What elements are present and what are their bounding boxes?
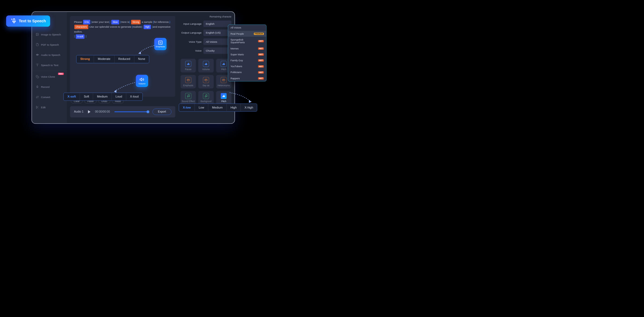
- play-button[interactable]: [88, 110, 90, 113]
- svg-point-30: [205, 97, 206, 97]
- svg-rect-13: [187, 64, 188, 65]
- mic-icon: [10, 18, 17, 24]
- svg-marker-41: [249, 100, 251, 103]
- svg-rect-14: [188, 64, 188, 65]
- pitch-tag[interactable]: High: [144, 25, 151, 29]
- svg-point-9: [36, 108, 37, 109]
- volume-callout-label: Volumn: [138, 82, 145, 85]
- emphasis-tag[interactable]: Strong: [131, 20, 141, 24]
- svg-rect-20: [207, 64, 207, 65]
- sidebar-label: Voice Clone: [41, 75, 55, 78]
- text-to-speech-badge: Text to Speech: [6, 15, 50, 27]
- speed-tag[interactable]: Slow: [111, 20, 119, 24]
- sayas-tag[interactable]: Characters: [74, 25, 88, 29]
- option-medium[interactable]: Medium: [208, 104, 227, 111]
- voice-option-label: Super Mario: [230, 53, 244, 56]
- effect-tile-emphasis[interactable]: Emphasis: [181, 75, 196, 89]
- effect-label: Pitch: [221, 68, 226, 71]
- voice-option-real-people[interactable]: Real PeoplePREMIUM: [228, 31, 266, 37]
- effect-tile-volume[interactable]: Volume: [198, 59, 214, 73]
- option-reduced[interactable]: Reduced: [114, 55, 134, 63]
- sidebar-label: Image to Speech: [41, 33, 61, 36]
- voice-option-family-guy[interactable]: Family GuyHOT: [228, 57, 266, 63]
- hot-badge: HOT: [258, 65, 264, 67]
- pdf-icon: [36, 43, 39, 46]
- bracket-icon: ]: [170, 20, 170, 23]
- voice-option-youtubers[interactable]: YouTubersHOT: [228, 63, 266, 69]
- svg-rect-34: [224, 95, 224, 97]
- sidebar-item-image-to-speech[interactable]: Image to Speech: [32, 29, 67, 39]
- sidebar-item-speech-to-text[interactable]: Speech to Text: [32, 60, 67, 70]
- sidebar-item-pdf-to-speech[interactable]: PDF to Speech: [32, 39, 67, 50]
- bracket-icon: ]: [74, 35, 75, 38]
- voice-option-spongebob-squarepants[interactable]: SpongeBob SquarePantsHOT: [228, 37, 266, 46]
- audio-title: Audio 1: [74, 110, 83, 113]
- option-moderate[interactable]: Moderate: [94, 55, 114, 63]
- output-language-select[interactable]: English (US): [203, 30, 232, 36]
- option-high[interactable]: High: [227, 104, 241, 111]
- option-soft[interactable]: Soft: [80, 93, 93, 101]
- option-loud[interactable]: Loud: [112, 93, 126, 101]
- hot-badge: HOT: [258, 53, 264, 55]
- svg-rect-37: [159, 41, 162, 45]
- svg-rect-6: [37, 76, 39, 78]
- voice-option-politicians[interactable]: PoliticiansHOT: [228, 69, 266, 75]
- voice-option-rappers[interactable]: RappersHOT: [228, 75, 266, 81]
- record-icon: [36, 85, 39, 89]
- say-as-icon: [203, 77, 209, 83]
- audio-progress[interactable]: [114, 111, 148, 112]
- voice-type-label: Voice Type: [181, 40, 202, 43]
- svg-rect-32: [223, 96, 223, 97]
- pause-icon: [185, 61, 191, 67]
- svg-point-28: [187, 97, 188, 97]
- editor-text: Use our splendid voices to generate: [89, 25, 132, 28]
- effect-tile-say-as[interactable]: Say as: [198, 75, 214, 89]
- effect-tile-pause[interactable]: Pause: [181, 59, 196, 73]
- sidebar-item-record[interactable]: Record: [32, 82, 67, 92]
- effect-label: Pitch: [221, 100, 226, 103]
- audio-timecode: 00:00/00:00: [95, 110, 110, 113]
- input-language-select[interactable]: English: [203, 20, 232, 27]
- select-value: Chucky: [206, 49, 215, 52]
- option-low[interactable]: Low: [195, 104, 208, 111]
- pitch-options: X-lowLowMediumHighX-high: [179, 103, 257, 111]
- option-x-high[interactable]: X-high: [241, 104, 257, 111]
- option-x-soft[interactable]: X-soft: [64, 93, 80, 101]
- svg-rect-19: [206, 63, 206, 65]
- option-none[interactable]: None: [134, 55, 149, 63]
- svg-rect-35: [225, 96, 225, 97]
- badge-label: Text to Speech: [19, 19, 46, 23]
- voice-type-select[interactable]: All Voices: [203, 38, 232, 45]
- select-value: English (US): [206, 31, 221, 34]
- export-button[interactable]: Export: [152, 109, 171, 115]
- progress-thumb[interactable]: [147, 111, 149, 113]
- voice-select[interactable]: Chucky: [203, 47, 232, 54]
- volume-tag[interactable]: X-soft: [76, 34, 85, 39]
- sidebar-item-edit[interactable]: Edit: [32, 102, 67, 112]
- svg-rect-5: [38, 55, 39, 55]
- voice-option-all-voices[interactable]: All Voices: [228, 25, 266, 31]
- sidebar-label: PDF to Speech: [41, 43, 59, 46]
- voice-option-super-mario[interactable]: Super MarioHOT: [228, 51, 266, 57]
- effects-grid: PauseVolumePitchEmphasisSay asHeteronyms…: [181, 59, 231, 107]
- sidebar-item-audio-to-speech[interactable]: Audio to Speech: [32, 50, 67, 60]
- svg-rect-2: [36, 55, 36, 55]
- option-x-low[interactable]: X-low: [179, 104, 195, 111]
- svg-rect-25: [187, 79, 189, 81]
- option-x-loud[interactable]: X-loud: [126, 93, 142, 101]
- select-value: All Voices: [206, 40, 217, 43]
- option-medium[interactable]: Medium: [93, 93, 112, 101]
- voice-option-memes[interactable]: MemesHOT: [228, 45, 266, 51]
- effect-label: Volume: [202, 68, 210, 71]
- sidebar-item-convert[interactable]: Convert: [32, 92, 67, 102]
- svg-rect-16: [189, 64, 189, 65]
- backgroud-music-icon: [203, 93, 209, 99]
- sidebar-label: Audio to Speech: [41, 53, 60, 56]
- svg-point-8: [36, 106, 37, 107]
- bracket-icon: ]: [129, 20, 130, 23]
- option-strong[interactable]: Strong: [76, 55, 94, 63]
- sidebar-item-voice-clone[interactable]: New Voice Clone: [32, 72, 67, 82]
- svg-point-1: [37, 34, 37, 34]
- hot-badge: HOT: [258, 59, 264, 61]
- pause-tag[interactable]: 0.5s: [83, 20, 90, 24]
